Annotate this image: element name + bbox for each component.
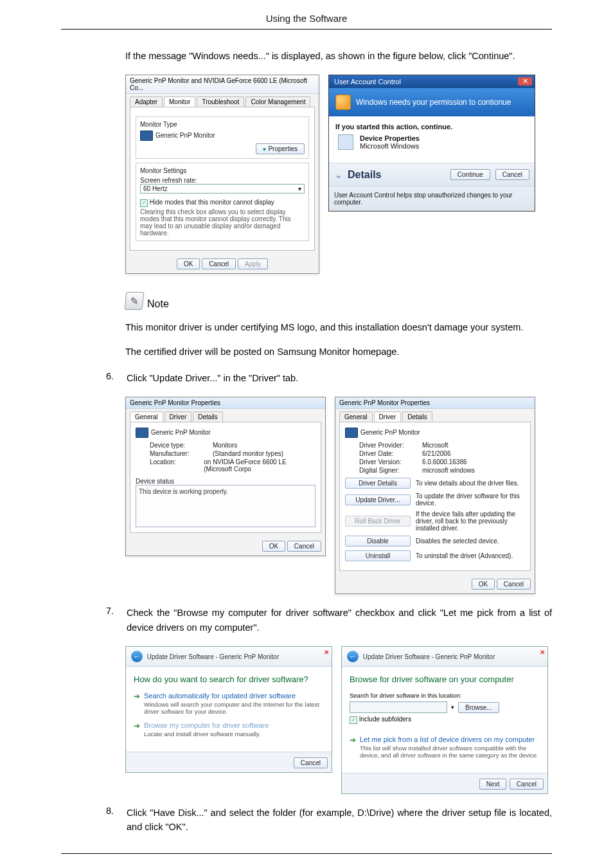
note-icon: ✎ <box>125 292 145 310</box>
device-status-label: Device status <box>136 478 315 485</box>
tab-color-management[interactable]: Color Management <box>245 96 310 107</box>
roll-back-driver-button[interactable]: Roll Back Driver <box>345 516 411 527</box>
option-browse-my-computer[interactable]: ➔ Browse my computer for driver software… <box>134 721 324 737</box>
ok-button[interactable]: OK <box>177 258 200 269</box>
cancel-button[interactable]: Cancel <box>497 579 531 590</box>
step-text-6: Click "Update Driver..." in the "Driver"… <box>127 371 552 385</box>
monitor-type-label: Monitor Type <box>140 121 305 128</box>
update-driver-wizard-1: ← Update Driver Software - Generic PnP M… <box>125 646 332 773</box>
back-icon[interactable]: ← <box>131 651 143 662</box>
chevron-down-icon[interactable]: ⌄ <box>334 168 342 181</box>
driver-details-button[interactable]: Driver Details <box>345 478 411 489</box>
include-subfolders-checkbox[interactable]: ✓ <box>350 716 357 724</box>
driver-version-label: Driver Version: <box>359 458 417 466</box>
monitor-icon <box>140 131 153 141</box>
close-icon[interactable]: ✕ <box>518 77 532 86</box>
uac-banner-text: Windows needs your permission to contion… <box>356 98 511 107</box>
figure-row-2: Generic PnP Monitor Properties General D… <box>125 397 552 594</box>
location-input[interactable] <box>350 701 447 713</box>
figure-row-1: Generic PnP Monitor and NVIDIA GeForce 6… <box>125 75 552 273</box>
cancel-button[interactable]: Cancel <box>287 541 321 552</box>
hide-modes-label: Hide modes that this monitor cannot disp… <box>150 199 274 206</box>
page-title: Using the Software <box>61 13 552 29</box>
figure-row-3: ← Update Driver Software - Generic PnP M… <box>125 646 552 793</box>
cancel-button[interactable]: Cancel <box>294 757 328 768</box>
driver-details-desc: To view details about the driver files. <box>416 480 525 487</box>
monitor-settings-label: Monitor Settings <box>140 167 305 174</box>
uac-device-properties: Device Properties <box>360 134 420 142</box>
apply-button[interactable]: Apply <box>238 258 268 269</box>
uac-footer-text: User Account Control helps stop unauthor… <box>329 186 535 211</box>
intro-paragraph: If the message "Windows needs..." is dis… <box>125 49 552 63</box>
step-number-8: 8. <box>106 806 119 816</box>
dialog-title: Generic PnP Monitor Properties <box>335 397 535 409</box>
chevron-down-icon[interactable]: ▾ <box>451 704 454 710</box>
location-value: on NVIDIA GeForce 6600 LE (Microsoft Cor… <box>204 458 315 473</box>
properties-heading: Generic PnP Monitor <box>151 429 211 436</box>
refresh-rate-select[interactable]: 60 Hertz▾ <box>140 184 305 194</box>
cancel-button[interactable]: Cancel <box>202 258 236 269</box>
device-type-label: Device type: <box>150 442 208 449</box>
digital-signer-label: Digital Signer: <box>359 467 417 474</box>
device-status-box: This device is working properly. <box>136 485 315 527</box>
close-icon[interactable]: ✕ <box>324 649 329 656</box>
uac-started-text: If you started this action, continue. <box>335 123 528 131</box>
tab-troubleshoot[interactable]: Troubleshoot <box>197 96 244 107</box>
tab-monitor[interactable]: Monitor <box>164 96 195 107</box>
tab-details[interactable]: Details <box>402 411 432 422</box>
hide-modes-description: Clearing this check box allows you to se… <box>140 208 305 237</box>
next-button[interactable]: Next <box>479 779 507 790</box>
note-paragraph-1: This monitor driver is under certifying … <box>125 320 552 334</box>
include-subfolders-label: Include subfolders <box>359 716 411 723</box>
uninstall-button[interactable]: Uninstall <box>345 550 411 561</box>
monitor-icon <box>345 428 358 438</box>
close-icon[interactable]: ✕ <box>540 649 545 656</box>
tab-general[interactable]: General <box>339 411 373 422</box>
step-text-8: Click "Have Disk..." and select the fold… <box>127 806 552 835</box>
tab-driver[interactable]: Driver <box>164 411 192 422</box>
driver-date-value: 6/21/2006 <box>422 450 451 457</box>
hide-modes-checkbox[interactable]: ✓ <box>140 199 148 207</box>
driver-provider-value: Microsoft <box>422 442 449 449</box>
option-title: Browse my computer for driver software <box>144 721 269 729</box>
manufacturer-label: Manufacturer: <box>150 450 208 457</box>
option-subtext: Locate and install driver software manua… <box>144 730 269 737</box>
wizard-heading: Browse for driver software on your compu… <box>350 674 540 684</box>
option-let-me-pick[interactable]: ➔ Let me pick from a list of device driv… <box>350 736 540 759</box>
properties-driver-dialog: Generic PnP Monitor Properties General D… <box>335 397 535 594</box>
driver-date-label: Driver Date: <box>359 450 417 457</box>
device-properties-icon <box>338 134 353 150</box>
update-driver-desc: To update the driver software for this d… <box>416 493 525 507</box>
option-search-automatically[interactable]: ➔ Search automatically for updated drive… <box>134 692 324 715</box>
search-location-label: Search for driver software in this locat… <box>350 692 540 699</box>
arrow-icon: ➔ <box>134 692 140 715</box>
properties-button[interactable]: ● Properties <box>256 143 305 154</box>
ok-button[interactable]: OK <box>262 541 285 552</box>
disable-button[interactable]: Disable <box>345 536 411 547</box>
tab-details[interactable]: Details <box>193 411 223 422</box>
properties-heading: Generic PnP Monitor <box>360 429 420 436</box>
uac-details-toggle[interactable]: Details <box>348 169 445 181</box>
tab-general[interactable]: General <box>130 411 163 422</box>
ok-button[interactable]: OK <box>472 579 495 590</box>
option-subtext: Windows will search your computer and th… <box>144 701 324 715</box>
roll-back-driver-desc: If the device fails after updating the d… <box>416 511 525 532</box>
dialog-title: Generic PnP Monitor and NVIDIA GeForce 6… <box>126 75 319 94</box>
browse-button[interactable]: Browse... <box>458 702 499 713</box>
arrow-icon: ➔ <box>134 722 140 737</box>
manufacturer-value: (Standard monitor types) <box>213 450 283 457</box>
monitor-properties-dialog: Generic PnP Monitor and NVIDIA GeForce 6… <box>125 75 319 273</box>
option-title: Let me pick from a list of device driver… <box>360 736 540 743</box>
cancel-button[interactable]: Cancel <box>495 169 529 180</box>
back-icon[interactable]: ← <box>347 651 359 662</box>
note-paragraph-2: The certified driver will be posted on S… <box>125 345 552 359</box>
refresh-rate-label: Screen refresh rate: <box>140 177 305 184</box>
step-text-7: Check the "Browse my computer for driver… <box>127 606 552 635</box>
tab-adapter[interactable]: Adapter <box>130 96 163 107</box>
cancel-button[interactable]: Cancel <box>510 779 544 790</box>
update-driver-button[interactable]: Update Driver... <box>345 494 411 505</box>
continue-button[interactable]: Continue <box>450 169 490 180</box>
tab-driver[interactable]: Driver <box>374 411 402 422</box>
properties-general-dialog: Generic PnP Monitor Properties General D… <box>125 397 326 556</box>
uac-dialog: User Account Control ✕ Windows needs you… <box>328 75 535 212</box>
